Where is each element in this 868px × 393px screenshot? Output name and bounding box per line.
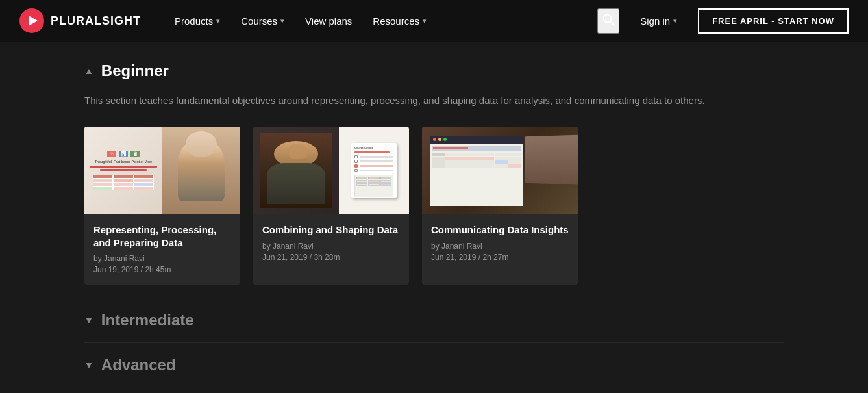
- nav-view-plans[interactable]: View plans: [297, 10, 360, 32]
- chevron-down-icon: ▾: [280, 17, 284, 25]
- beginner-section: ▲ Beginner This section teaches fundamen…: [84, 62, 784, 285]
- course-title-1: Representing, Processing, and Preparing …: [93, 223, 231, 249]
- course-meta-1: Jun 19, 2019 / 2h 45m: [93, 265, 231, 274]
- course-title-2: Combining and Shaping Data: [262, 223, 400, 236]
- course-card-1[interactable]: ⚖ 📊 📋 Thoughtful, Fact-based Point of Vi…: [84, 127, 240, 285]
- nav-products[interactable]: Products ▾: [167, 10, 228, 32]
- course-card-3[interactable]: Communicating Data Insights by Janani Ra…: [422, 127, 578, 285]
- course-author-1: by Janani Ravi: [93, 254, 231, 263]
- search-icon: [602, 13, 615, 26]
- cta-button[interactable]: FREE APRIL - START NOW: [698, 8, 849, 34]
- intermediate-section: ▼ Intermediate: [84, 298, 784, 342]
- svg-point-2: [604, 14, 612, 22]
- search-button[interactable]: [597, 8, 619, 34]
- course-grid: ⚖ 📊 📋 Thoughtful, Fact-based Point of Vi…: [84, 127, 784, 285]
- course-thumbnail-3: [422, 127, 578, 214]
- nav-resources[interactable]: Resources ▾: [365, 10, 434, 32]
- course-thumbnail-2: Course Outline: [253, 127, 409, 214]
- course-author-3: by Janani Ravi: [431, 242, 569, 251]
- course-author-2: by Janani Ravi: [262, 242, 400, 251]
- course-info-1: Representing, Processing, and Preparing …: [84, 214, 240, 285]
- intermediate-title: Intermediate: [101, 311, 194, 329]
- course-meta-2: Jun 21, 2019 / 3h 28m: [262, 253, 400, 262]
- signin-button[interactable]: Sign in ▾: [632, 10, 685, 32]
- chevron-down-icon: ▾: [216, 17, 220, 25]
- pluralsight-logo-icon: [19, 8, 44, 33]
- beginner-section-header[interactable]: ▲ Beginner: [84, 62, 784, 80]
- advanced-section: ▼ Advanced: [84, 342, 784, 387]
- logo[interactable]: PLURALSIGHT: [19, 8, 141, 33]
- chevron-up-icon: ▲: [84, 66, 93, 76]
- advanced-section-header[interactable]: ▼ Advanced: [84, 356, 784, 374]
- course-info-3: Communicating Data Insights by Janani Ra…: [422, 214, 578, 272]
- advanced-title: Advanced: [101, 356, 176, 374]
- main-content: ▲ Beginner This section teaches fundamen…: [0, 42, 868, 393]
- chevron-down-icon: ▼: [84, 360, 93, 370]
- nav-menu: Products ▾ Courses ▾ View plans Resource…: [167, 10, 597, 32]
- navbar: PLURALSIGHT Products ▾ Courses ▾ View pl…: [0, 0, 868, 42]
- beginner-title: Beginner: [101, 62, 169, 80]
- nav-courses[interactable]: Courses ▾: [233, 10, 292, 32]
- course-title-3: Communicating Data Insights: [431, 223, 569, 236]
- chevron-down-icon: ▾: [423, 17, 427, 25]
- navbar-right: Sign in ▾ FREE APRIL - START NOW: [597, 8, 849, 34]
- chevron-down-icon: ▼: [84, 315, 93, 325]
- logo-text: PLURALSIGHT: [51, 14, 141, 28]
- chevron-down-icon: ▾: [673, 17, 677, 25]
- course-info-2: Combining and Shaping Data by Janani Rav…: [253, 214, 409, 272]
- svg-line-3: [611, 21, 615, 25]
- course-thumbnail-1: ⚖ 📊 📋 Thoughtful, Fact-based Point of Vi…: [84, 127, 240, 214]
- course-meta-3: Jun 21, 2019 / 2h 27m: [431, 253, 569, 262]
- beginner-description: This section teaches fundamental objecti…: [84, 93, 747, 108]
- intermediate-section-header[interactable]: ▼ Intermediate: [84, 311, 784, 329]
- course-card-2[interactable]: Course Outline: [253, 127, 409, 285]
